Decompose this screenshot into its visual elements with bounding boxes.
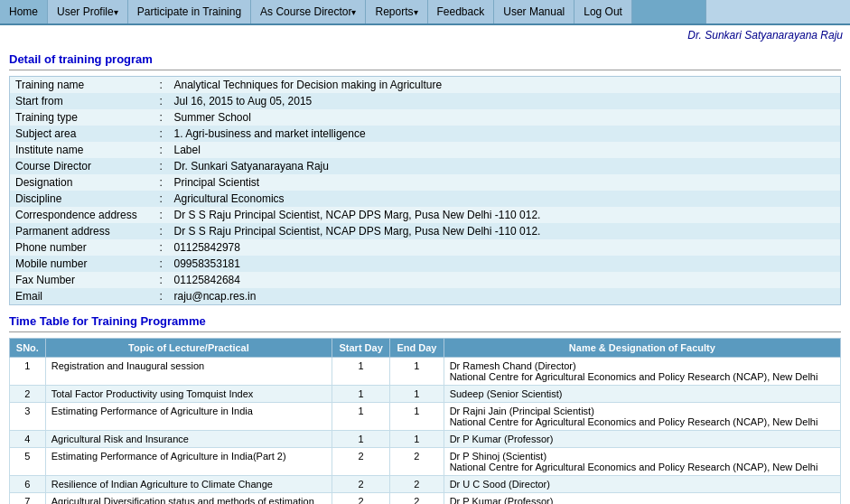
row-start: 2 bbox=[332, 448, 390, 476]
row-topic: Agricultural Diversification status and … bbox=[45, 493, 332, 505]
nav-spacer bbox=[632, 0, 705, 23]
detail-row: Subject area : 1. Agri-business and mark… bbox=[10, 126, 841, 142]
detail-colon: : bbox=[154, 191, 169, 207]
detail-colon: : bbox=[154, 207, 169, 223]
row-topic: Total Factor Productivity using Tomquist… bbox=[45, 386, 332, 403]
detail-label: Email bbox=[10, 288, 154, 305]
detail-value: Dr S S Raju Principal Scientist, NCAP DP… bbox=[169, 207, 841, 223]
detail-label: Parmanent address bbox=[10, 223, 154, 239]
row-topic: Registration and Inaugural session bbox=[45, 358, 332, 386]
detail-label: Training type bbox=[10, 109, 154, 126]
row-end: 1 bbox=[390, 431, 444, 448]
detail-row: Fax Number : 01125842684 bbox=[10, 272, 841, 288]
row-start: 2 bbox=[332, 476, 390, 493]
row-sno: 2 bbox=[10, 386, 46, 403]
detail-label: Mobile number bbox=[10, 256, 154, 272]
row-start: 1 bbox=[332, 358, 390, 386]
row-faculty: Dr Ramesh Chand (Director)National Centr… bbox=[444, 358, 840, 386]
detail-value: Principal Scientist bbox=[169, 174, 841, 191]
row-sno: 7 bbox=[10, 493, 46, 505]
detail-row: Discipline : Agricultural Economics bbox=[10, 191, 841, 207]
nav-item-reports[interactable]: Reports bbox=[366, 0, 427, 23]
detail-label: Phone number bbox=[10, 239, 154, 256]
table-row: 5 Estimating Performance of Agriculture … bbox=[10, 448, 841, 476]
detail-colon: : bbox=[154, 223, 169, 239]
page-content: Detail of training program Training name… bbox=[0, 43, 850, 504]
table-row: 3 Estimating Performance of Agriculture … bbox=[10, 403, 841, 431]
row-topic: Resilience of Indian Agriculture to Clim… bbox=[45, 476, 332, 493]
row-start: 2 bbox=[332, 493, 390, 505]
section-divider bbox=[9, 70, 841, 70]
detail-value: Label bbox=[169, 142, 841, 158]
detail-value: Analytical Techniques for Decision makin… bbox=[169, 77, 841, 94]
nav-item-home[interactable]: Home bbox=[0, 0, 48, 23]
row-end: 2 bbox=[390, 476, 444, 493]
detail-label: Institute name bbox=[10, 142, 154, 158]
nav-item-logout[interactable]: Log Out bbox=[574, 0, 632, 23]
timetable-header: End Day bbox=[390, 339, 444, 358]
detail-colon: : bbox=[154, 288, 169, 305]
detail-label: Start from bbox=[10, 93, 154, 109]
detail-value: 01125842978 bbox=[169, 239, 841, 256]
row-start: 1 bbox=[332, 431, 390, 448]
detail-row: Course Director : Dr. Sunkari Satyanaray… bbox=[10, 158, 841, 174]
detail-value: Summer School bbox=[169, 109, 841, 126]
nav-item-feedback[interactable]: Feedback bbox=[428, 0, 495, 23]
detail-colon: : bbox=[154, 109, 169, 126]
row-sno: 5 bbox=[10, 448, 46, 476]
detail-value: 09958353181 bbox=[169, 256, 841, 272]
nav-right-box bbox=[705, 0, 850, 23]
detail-value: Dr. Sunkari Satyanarayana Raju bbox=[169, 158, 841, 174]
row-faculty: Dr Rajni Jain (Principal Scientist)Natio… bbox=[444, 403, 840, 431]
timetable-header: Start Day bbox=[332, 339, 390, 358]
nav-item-participate[interactable]: Participate in Training bbox=[128, 0, 251, 23]
nav-item-course-director[interactable]: As Course Director bbox=[251, 0, 366, 23]
row-start: 1 bbox=[332, 386, 390, 403]
timetable-section-title: Time Table for Training Programme bbox=[9, 314, 841, 328]
nav-item-user-manual[interactable]: User Manual bbox=[494, 0, 574, 23]
table-row: 6 Resilience of Indian Agriculture to Cl… bbox=[10, 476, 841, 493]
timetable-divider bbox=[9, 331, 841, 332]
row-faculty: Dr P Kumar (Professor) bbox=[444, 431, 840, 448]
detail-section-title: Detail of training program bbox=[9, 52, 841, 66]
detail-row: Designation : Principal Scientist bbox=[10, 174, 841, 191]
row-topic: Agricultural Risk and Insurance bbox=[45, 431, 332, 448]
row-faculty: Dr P Shinoj (Scientist)National Centre f… bbox=[444, 448, 840, 476]
row-sno: 1 bbox=[10, 358, 46, 386]
detail-label: Subject area bbox=[10, 126, 154, 142]
detail-colon: : bbox=[154, 93, 169, 109]
detail-value: Agricultural Economics bbox=[169, 191, 841, 207]
timetable-header: Name & Designation of Faculty bbox=[444, 339, 840, 358]
table-row: 1 Registration and Inaugural session 1 1… bbox=[10, 358, 841, 386]
detail-colon: : bbox=[154, 174, 169, 191]
detail-row: Training name : Analytical Techniques fo… bbox=[10, 77, 841, 94]
table-row: 2 Total Factor Productivity using Tomqui… bbox=[10, 386, 841, 403]
row-sno: 4 bbox=[10, 431, 46, 448]
nav-item-user-profile[interactable]: User Profile bbox=[48, 0, 128, 23]
table-row: 7 Agricultural Diversification status an… bbox=[10, 493, 841, 505]
row-topic: Estimating Performance of Agriculture in… bbox=[45, 448, 332, 476]
row-end: 1 bbox=[390, 358, 444, 386]
row-sno: 3 bbox=[10, 403, 46, 431]
table-row: 4 Agricultural Risk and Insurance 1 1 Dr… bbox=[10, 431, 841, 448]
detail-row: Institute name : Label bbox=[10, 142, 841, 158]
row-sno: 6 bbox=[10, 476, 46, 493]
detail-label: Training name bbox=[10, 77, 154, 94]
detail-row: Email : raju@ncap.res.in bbox=[10, 288, 841, 305]
detail-row: Start from : Jul 16, 2015 to Aug 05, 201… bbox=[10, 93, 841, 109]
detail-colon: : bbox=[154, 272, 169, 288]
user-greeting: Dr. Sunkari Satyanarayana Raju bbox=[0, 25, 850, 43]
row-start: 1 bbox=[332, 403, 390, 431]
timetable-header: Topic of Lecture/Practical bbox=[45, 339, 332, 358]
detail-row: Phone number : 01125842978 bbox=[10, 239, 841, 256]
row-end: 1 bbox=[390, 386, 444, 403]
timetable-header: SNo. bbox=[10, 339, 46, 358]
detail-colon: : bbox=[154, 77, 169, 94]
detail-row: Training type : Summer School bbox=[10, 109, 841, 126]
detail-label: Fax Number bbox=[10, 272, 154, 288]
timetable: SNo.Topic of Lecture/PracticalStart DayE… bbox=[9, 338, 841, 504]
row-end: 2 bbox=[390, 448, 444, 476]
detail-label: Designation bbox=[10, 174, 154, 191]
detail-colon: : bbox=[154, 158, 169, 174]
detail-value: Dr S S Raju Principal Scientist, NCAP DP… bbox=[169, 223, 841, 239]
